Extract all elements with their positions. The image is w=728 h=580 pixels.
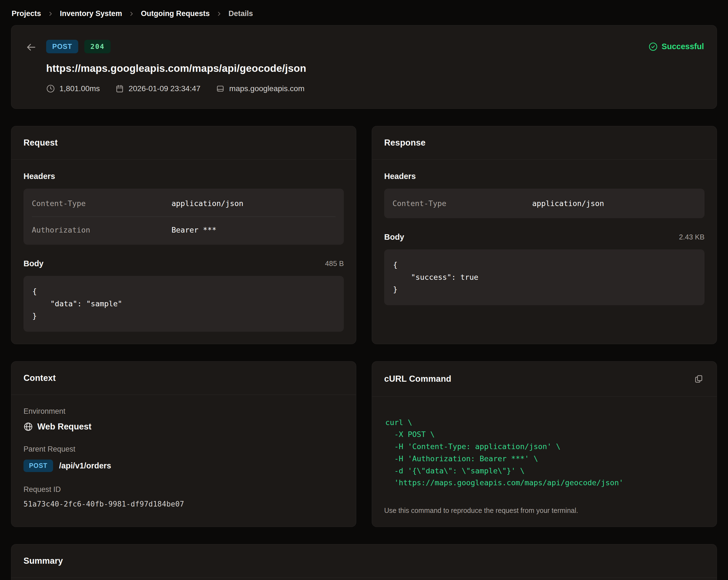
request-headers-table: Content-Type application/json Authorizat… — [24, 189, 344, 245]
copy-icon — [694, 374, 703, 384]
header-row: Content-Type application/json — [392, 190, 696, 217]
server-icon — [216, 84, 225, 93]
copy-curl-button[interactable] — [693, 373, 704, 385]
request-card-title: Request — [24, 138, 58, 148]
duration-value: 1,801.00ms — [59, 84, 100, 93]
parent-request-link[interactable]: POST /api/v1/orders — [24, 460, 344, 472]
curl-command-code: curl \ -X POST \ -H 'Content-Type: appli… — [384, 409, 704, 489]
summary-card: Summary Duration 1,801ms Status 204 Requ… — [11, 544, 717, 580]
response-headers-table: Content-Type application/json — [384, 189, 704, 218]
request-id-value: 51a73c40-2fc6-40fb-9981-df97d184be07 — [24, 500, 344, 508]
chevron-right-icon — [128, 10, 135, 17]
breadcrumb-item-outgoing-requests[interactable]: Outgoing Requests — [141, 9, 210, 18]
summary-card-title: Summary — [24, 556, 63, 566]
chevron-right-icon — [216, 10, 223, 17]
status-indicator: Successful — [648, 42, 704, 51]
breadcrumb-item-inventory-system[interactable]: Inventory System — [60, 9, 122, 18]
parent-request-label: Parent Request — [24, 445, 344, 453]
timestamp-value: 2026-01-09 23:34:47 — [129, 84, 200, 93]
environment-label: Environment — [24, 407, 344, 416]
arrow-left-icon — [25, 42, 37, 54]
request-meta-row: 1,801.00ms 2026-01-09 23:34:47 maps.goog… — [46, 84, 704, 93]
response-headers-label: Headers — [384, 172, 416, 181]
context-card: Context Environment Web Request Parent R… — [11, 361, 356, 527]
request-header-card: POST 204 Successful https://maps.googlea… — [11, 25, 717, 109]
host-value: maps.googleapis.com — [229, 84, 304, 93]
curl-hint-text: Use this command to reproduce the reques… — [384, 506, 704, 515]
status-code-badge: 204 — [84, 40, 110, 53]
request-card: Request Headers Content-Type application… — [11, 126, 356, 344]
chevron-right-icon — [47, 10, 54, 17]
environment-name: Web Request — [37, 422, 92, 432]
request-body-label: Body — [24, 259, 44, 268]
parent-method-badge: POST — [24, 460, 53, 472]
request-id-label: Request ID — [24, 485, 344, 494]
response-body-label: Body — [384, 232, 405, 242]
request-url: https://maps.googleapis.com/maps/api/geo… — [46, 63, 704, 74]
clock-icon — [46, 84, 55, 93]
globe-icon — [24, 422, 33, 432]
header-value: application/json — [532, 199, 696, 208]
context-card-title: Context — [24, 373, 56, 383]
host-meta: maps.googleapis.com — [216, 84, 304, 93]
curl-card: cURL Command curl \ -X POST \ -H 'Conten… — [372, 361, 717, 527]
breadcrumb: Projects Inventory System Outgoing Reque… — [11, 7, 717, 25]
response-body-code: { "success": true } — [384, 249, 704, 305]
duration-meta: 1,801.00ms — [46, 84, 100, 93]
check-circle-icon — [648, 42, 658, 51]
header-value: application/json — [172, 199, 336, 208]
back-button[interactable] — [24, 40, 38, 55]
parent-request-path: /api/v1/orders — [59, 461, 111, 470]
request-details-page: Projects Inventory System Outgoing Reque… — [0, 0, 728, 580]
header-value: Bearer *** — [172, 226, 336, 234]
header-name: Content-Type — [32, 199, 172, 208]
request-headers-label: Headers — [24, 172, 55, 181]
request-body-size: 485 B — [325, 259, 344, 268]
timestamp-meta: 2026-01-09 23:34:47 — [115, 84, 200, 93]
status-indicator-label: Successful — [662, 42, 704, 51]
environment-value: Web Request — [24, 422, 344, 432]
header-row: Authorization Bearer *** — [32, 217, 336, 243]
breadcrumb-item-projects[interactable]: Projects — [11, 9, 41, 18]
request-body-code: { "data": "sample" } — [24, 276, 344, 332]
calendar-icon — [115, 84, 124, 93]
header-name: Content-Type — [392, 199, 532, 208]
header-row: Content-Type application/json — [32, 190, 336, 217]
response-card-title: Response — [384, 138, 426, 148]
response-body-size: 2.43 KB — [679, 233, 704, 241]
curl-card-title: cURL Command — [384, 374, 451, 384]
method-badge: POST — [46, 40, 78, 53]
header-name: Authorization — [32, 226, 172, 234]
response-card: Response Headers Content-Type applicatio… — [372, 126, 717, 344]
breadcrumb-item-details: Details — [229, 9, 253, 18]
